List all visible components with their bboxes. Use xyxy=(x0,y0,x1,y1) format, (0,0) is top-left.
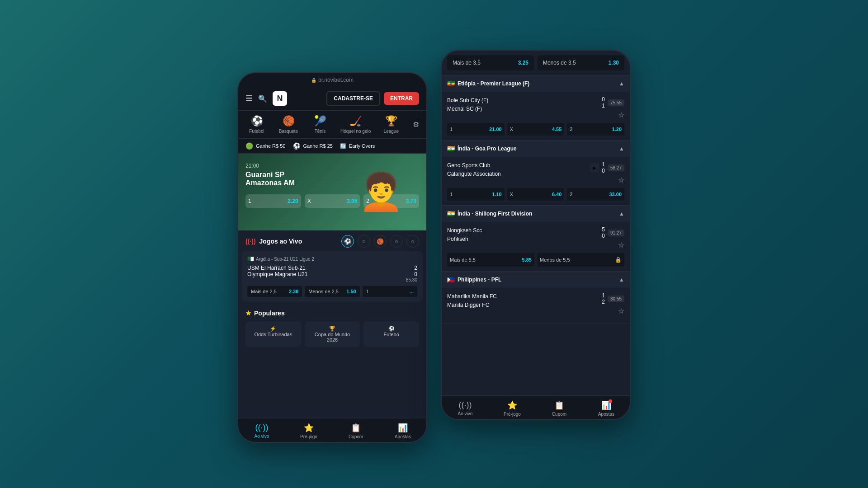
nav-aovivo[interactable]: ((·)) Ao vivo xyxy=(238,423,285,439)
goa-teams-row: Geno Sports Club Calangute Association ▶… xyxy=(447,161,624,184)
goa-odds-x-label: X xyxy=(510,192,513,197)
pop-item-2[interactable]: ⚽ Futebo xyxy=(363,321,419,347)
left-scroll-body: ((·)) Jogos ao Vivo ⚽ ○ 🏀 ○ ○ 🇩🇿 Argélia… xyxy=(238,230,426,418)
goa-time: 58:27 xyxy=(608,164,624,171)
cadastre-button[interactable]: CADASTRE-SE xyxy=(326,91,380,106)
hero-odds-1-label: 1 xyxy=(248,198,251,204)
right-nav-cupom[interactable]: 📋 Cupom xyxy=(536,400,583,417)
league-header-ethiopia[interactable]: 🇪🇹 Etiópia - Premier League (F) ▲ xyxy=(442,75,630,92)
right-nav-aovivo[interactable]: ((·)) Ao vivo xyxy=(442,400,489,417)
top-odds-pill-1[interactable]: Mais de 3,5 3.25 xyxy=(447,55,534,70)
shillong-odds-1[interactable]: Mais de 5,5 5.85 xyxy=(447,253,534,267)
nav-prejogo-icon: ⭐ xyxy=(304,423,314,433)
top-odds-value-2: 1.30 xyxy=(609,60,619,66)
right-nav-cupom-label: Cupom xyxy=(552,412,566,417)
shillong-scores: 5 0 xyxy=(602,226,605,239)
shillong-odds-2[interactable]: Menos de 5,5 🔒 xyxy=(537,253,624,267)
goa-odds-row: 1 1.10 X 6.40 2 33.00 xyxy=(447,188,624,201)
ethiopia-teams-row: Bole Sub City (F) Mechal SC (F) 0 1 75:5… xyxy=(447,96,624,119)
ethiopia-odds-1[interactable]: 1 21.00 xyxy=(447,123,505,136)
sport-hoquei[interactable]: 🏒 Hóquei no gelo xyxy=(340,115,371,134)
philippines-star-button[interactable]: ☆ xyxy=(618,307,624,315)
nav-apostas[interactable]: 📊 Apostas xyxy=(379,423,426,439)
hero-odds-1[interactable]: 1 2.20 xyxy=(245,194,301,208)
ethiopia-league-text: Etiópia - Premier League (F) xyxy=(458,80,529,87)
ethiopia-odds-x[interactable]: X 4.55 xyxy=(507,123,565,136)
goa-star-button[interactable]: ☆ xyxy=(618,176,624,184)
goa-odds-1-label: 1 xyxy=(450,192,453,197)
live-filter-soccer[interactable]: ⚽ xyxy=(341,235,354,248)
promo-item-3[interactable]: 🔄 Early Overs xyxy=(340,143,375,149)
populares-section: ★ Populares ⚡ Odds Turbinadas 🏆 Copa do … xyxy=(238,305,426,352)
league-header-goa[interactable]: 🇮🇳 Índia - Goa Pro League ▲ xyxy=(442,141,630,157)
shillong-league-text: Índia - Shillong First Division xyxy=(458,211,532,217)
goa-odds-2[interactable]: 2 33.00 xyxy=(567,188,624,201)
goa-score1: 1 xyxy=(602,161,605,168)
nav-cupom[interactable]: 📋 Cupom xyxy=(332,423,379,439)
ethiopia-score-right: 0 1 75:55 ☆ xyxy=(602,96,624,119)
goa-odds-1[interactable]: 1 1.10 xyxy=(447,188,505,201)
sport-tenis[interactable]: 🎾 Tênis xyxy=(309,115,331,134)
sport-league[interactable]: 🏆 League xyxy=(380,115,402,134)
top-odds-pill-2[interactable]: Menos de 3,5 1.30 xyxy=(538,55,624,70)
shillong-score1: 5 xyxy=(602,226,605,233)
ethiopia-time: 75:55 xyxy=(608,99,624,106)
promo-item-1[interactable]: 🟢 Ganhe R$ 50 xyxy=(245,142,285,150)
nav-prejogo[interactable]: ⭐ Pré-jogo xyxy=(285,423,332,439)
goa-odds-x[interactable]: X 6.40 xyxy=(507,188,565,201)
hoquei-icon: 🏒 xyxy=(349,115,362,127)
goa-odds-1-value: 1.10 xyxy=(492,192,501,197)
pop-icon-0: ⚡ xyxy=(250,326,297,332)
pop-label-0: Odds Turbinadas xyxy=(250,332,297,337)
ethiopia-odds-2[interactable]: 2 1.20 xyxy=(567,123,624,136)
menu-icon[interactable]: ☰ xyxy=(245,94,253,103)
right-nav-prejogo-label: Pré-jogo xyxy=(504,412,521,417)
league-section-goa: 🇮🇳 Índia - Goa Pro League ▲ Geno Sports … xyxy=(442,141,630,206)
address-bar: 🔒 br.novibet.com xyxy=(238,73,426,87)
live-odds-extra-label: 1 xyxy=(366,289,369,294)
goa-team2: Calangute Association xyxy=(447,170,501,178)
match-league-name: Argélia - Sub-21 U21 Ligue 2 xyxy=(256,257,314,262)
sport-futebol[interactable]: ⚽ Futebol xyxy=(245,115,268,134)
shillong-team2: Pohkseh xyxy=(447,235,482,244)
promo-item-2[interactable]: ⚽ Ganhe R$ 25 xyxy=(292,142,332,150)
ethiopia-score2: 1 xyxy=(602,103,605,109)
live-filter-basketball[interactable]: 🏀 xyxy=(374,235,387,248)
live-filter-more[interactable]: ○ xyxy=(406,235,419,248)
ethiopia-odds-x-value: 4.55 xyxy=(552,127,561,132)
league-header-shillong[interactable]: 🇮🇳 Índia - Shillong First Division ▲ xyxy=(442,206,630,222)
right-nav-apostas[interactable]: 📊 Apostas xyxy=(583,400,630,417)
promo-early-icon: 🔄 xyxy=(340,143,346,149)
live-title-text: Jogos ao Vivo xyxy=(259,238,302,245)
live-odds-2[interactable]: Menos de 2,5 1.50 xyxy=(305,286,359,297)
entrar-button[interactable]: ENTRAR xyxy=(384,92,419,105)
shillong-star-button[interactable]: ☆ xyxy=(618,241,624,249)
philippines-match-row: Maharlika Manila FC Manila Digger FC 1 2… xyxy=(442,288,630,324)
live-odds-1-value: 2.38 xyxy=(289,289,298,294)
live-odds-extra[interactable]: 1 ... xyxy=(363,286,417,297)
pop-item-1[interactable]: 🏆 Copa do Mundo 2026 xyxy=(305,321,360,347)
populares-grid: ⚡ Odds Turbinadas 🏆 Copa do Mundo 2026 ⚽… xyxy=(245,321,419,347)
logo: N xyxy=(273,91,287,106)
ethiopia-odds-1-value: 21.00 xyxy=(489,127,502,132)
pop-item-0[interactable]: ⚡ Odds Turbinadas xyxy=(245,321,301,347)
live-filter-all[interactable]: ○ xyxy=(358,235,370,248)
ethiopia-star-button[interactable]: ☆ xyxy=(618,111,624,119)
sport-basquete[interactable]: 🏀 Basquete xyxy=(277,115,300,134)
search-icon[interactable]: 🔍 xyxy=(258,94,267,103)
right-nav-prejogo[interactable]: ⭐ Pré-jogo xyxy=(489,400,536,417)
ethiopia-team-names: Bole Sub City (F) Mechal SC (F) xyxy=(447,96,488,119)
filter-icon[interactable]: ⚙ xyxy=(413,120,419,129)
right-bottom-nav: ((·)) Ao vivo ⭐ Pré-jogo 📋 Cupom 📊 Apost… xyxy=(442,395,630,419)
ethiopia-team2: Mechal SC (F) xyxy=(447,105,488,113)
basquete-label: Basquete xyxy=(279,129,298,134)
right-nav-apostas-label: Apostas xyxy=(598,412,614,417)
hero-odds-1-value: 2.20 xyxy=(288,198,298,204)
goa-odds-x-value: 6.40 xyxy=(552,192,561,197)
live-filter-circle[interactable]: ○ xyxy=(390,235,403,248)
match-odds-row: Mais de 2,5 2.38 Menos de 2,5 1.50 1 ... xyxy=(247,286,417,297)
live-odds-1[interactable]: Mais de 2,5 2.38 xyxy=(247,286,302,297)
philippines-time: 30:55 xyxy=(608,296,624,302)
league-header-philippines[interactable]: 🇵🇭 Philippines - PFL ▲ xyxy=(442,272,630,288)
philippines-score2: 2 xyxy=(602,299,605,305)
